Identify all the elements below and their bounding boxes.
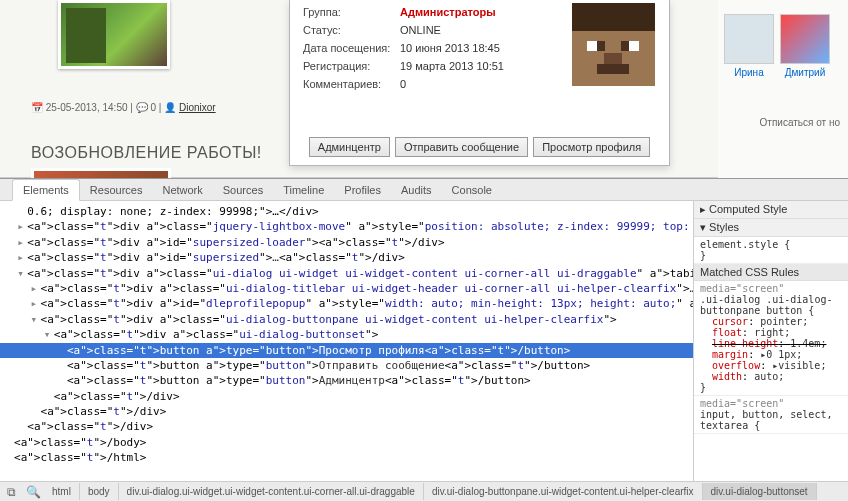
profile-field-value: ONLINE xyxy=(400,24,441,36)
profile-field-label: Комментариев: xyxy=(303,78,400,90)
friends-sidebar: ИринаДмитрий Отписаться от но xyxy=(718,0,848,178)
breadcrumb-item[interactable]: div.ui-dialog-buttonset xyxy=(703,483,817,500)
send-message-button[interactable]: Отправить сообщение xyxy=(395,137,528,157)
friend-avatar xyxy=(724,14,774,64)
dom-node[interactable]: <a">class="t">button a">type="button">От… xyxy=(0,358,693,373)
post-meta: 📅 25-05-2013, 14:50 | 💬 0 | 👤 Dionixor xyxy=(31,102,216,113)
breadcrumb-item[interactable]: div.ui-dialog-buttonpane.ui-widget-conte… xyxy=(424,483,703,500)
dom-node[interactable]: 0.6; display: none; z-index: 99998;">…</… xyxy=(0,204,693,219)
friend-name: Дмитрий xyxy=(780,67,830,78)
admin-center-button[interactable]: Админцентр xyxy=(309,137,390,157)
devtools-tab-profiles[interactable]: Profiles xyxy=(334,180,391,200)
devtools-tab-sources[interactable]: Sources xyxy=(213,180,273,200)
dom-node[interactable]: <a">class="t">/div> xyxy=(0,404,693,419)
devtools-tab-resources[interactable]: Resources xyxy=(80,180,153,200)
computed-style-header[interactable]: ▸ Computed Style xyxy=(694,201,848,219)
dom-node[interactable]: <a">class="t">button a">type="button">Ад… xyxy=(0,373,693,388)
css-property[interactable]: float: right; xyxy=(700,327,842,338)
css-property[interactable]: line-height: 1.4em; xyxy=(700,338,842,349)
css-property[interactable]: cursor: pointer; xyxy=(700,316,842,327)
dom-node[interactable]: ▸<a">class="t">div a">class="jquery-ligh… xyxy=(0,219,693,234)
profile-popup: Группа:АдминистраторыСтатус:ONLINEДата п… xyxy=(289,0,670,166)
profile-field-value: 10 июня 2013 18:45 xyxy=(400,42,500,54)
dom-node[interactable]: <a">class="t">/div> xyxy=(0,419,693,434)
friend-item[interactable]: Ирина xyxy=(724,14,774,78)
profile-field-value: Администраторы xyxy=(400,6,496,18)
dom-node[interactable]: <a">class="t">/div> xyxy=(0,389,693,404)
css-property[interactable]: margin: ▸0 1px; xyxy=(700,349,842,360)
profile-field-value: 19 марта 2013 10:51 xyxy=(400,60,504,72)
styles-header[interactable]: ▾ Styles xyxy=(694,219,848,237)
dom-node[interactable]: <a">class="t">/body> xyxy=(0,435,693,450)
devtools-panel: ElementsResourcesNetworkSourcesTimelineP… xyxy=(0,178,848,501)
matched-rules-header: Matched CSS Rules xyxy=(694,264,848,281)
dom-node[interactable]: <a">class="t">button a">type="button">Пр… xyxy=(0,343,693,358)
dom-node[interactable]: ▸<a">class="t">div a">id="supersized-loa… xyxy=(0,235,693,250)
dom-node[interactable]: ▾<a">class="t">div a">class="ui-dialog-b… xyxy=(0,327,693,342)
friend-name: Ирина xyxy=(724,67,774,78)
dom-node[interactable]: ▸<a">class="t">div a">id="supersized">…<… xyxy=(0,250,693,265)
search-icon[interactable]: 🔍 xyxy=(22,485,44,499)
dom-node[interactable]: <a">class="t">/html> xyxy=(0,450,693,465)
post-thumbnail-2 xyxy=(31,168,171,178)
breadcrumb-item[interactable]: html xyxy=(44,483,80,500)
profile-buttons: Админцентр Отправить сообщение Просмотр … xyxy=(290,137,669,157)
friend-avatar xyxy=(780,14,830,64)
dom-node[interactable]: ▸<a">class="t">div a">class="ui-dialog-t… xyxy=(0,281,693,296)
breadcrumb-item[interactable]: div.ui-dialog.ui-widget.ui-widget-conten… xyxy=(119,483,424,500)
post-title: ВОЗОБНОВЛЕНИЕ РАБОТЫ! xyxy=(31,144,262,162)
profile-avatar xyxy=(572,3,655,86)
breadcrumb-bar: ⧉ 🔍 htmlbodydiv.ui-dialog.ui-widget.ui-w… xyxy=(0,481,848,501)
devtools-tab-network[interactable]: Network xyxy=(152,180,212,200)
dom-node[interactable]: ▾<a">class="t">div a">class="ui-dialog-b… xyxy=(0,312,693,327)
profile-field-label: Группа: xyxy=(303,6,400,18)
devtools-tab-console[interactable]: Console xyxy=(442,180,502,200)
profile-field-label: Регистрация: xyxy=(303,60,400,72)
author-link[interactable]: Dionixor xyxy=(179,102,216,113)
css-property[interactable]: overflow: ▸visible; xyxy=(700,360,842,371)
view-profile-button[interactable]: Просмотр профиля xyxy=(533,137,650,157)
devtools-tab-audits[interactable]: Audits xyxy=(391,180,442,200)
profile-field-label: Статус: xyxy=(303,24,400,36)
friend-item[interactable]: Дмитрий xyxy=(780,14,830,78)
console-toggle-icon[interactable]: ⧉ xyxy=(0,485,22,499)
dom-node[interactable]: ▸<a">class="t">div a">id="dleprofilepopu… xyxy=(0,296,693,311)
profile-field-value: 0 xyxy=(400,78,406,90)
devtools-tab-elements[interactable]: Elements xyxy=(12,179,80,201)
devtools-tab-timeline[interactable]: Timeline xyxy=(273,180,334,200)
dom-node[interactable]: ▾<a">class="t">div a">class="ui-dialog u… xyxy=(0,266,693,281)
post-thumbnail[interactable] xyxy=(58,0,170,69)
breadcrumb-item[interactable]: body xyxy=(80,483,119,500)
profile-field-label: Дата посещения: xyxy=(303,42,400,54)
css-property[interactable]: width: auto; xyxy=(700,371,842,382)
devtools-tabs: ElementsResourcesNetworkSourcesTimelineP… xyxy=(0,179,848,201)
styles-pane[interactable]: ▸ Computed Style ▾ Styles element.style … xyxy=(693,201,848,481)
dom-tree[interactable]: 0.6; display: none; z-index: 99998;">…</… xyxy=(0,201,693,481)
unsubscribe-link[interactable]: Отписаться от но xyxy=(760,117,840,128)
